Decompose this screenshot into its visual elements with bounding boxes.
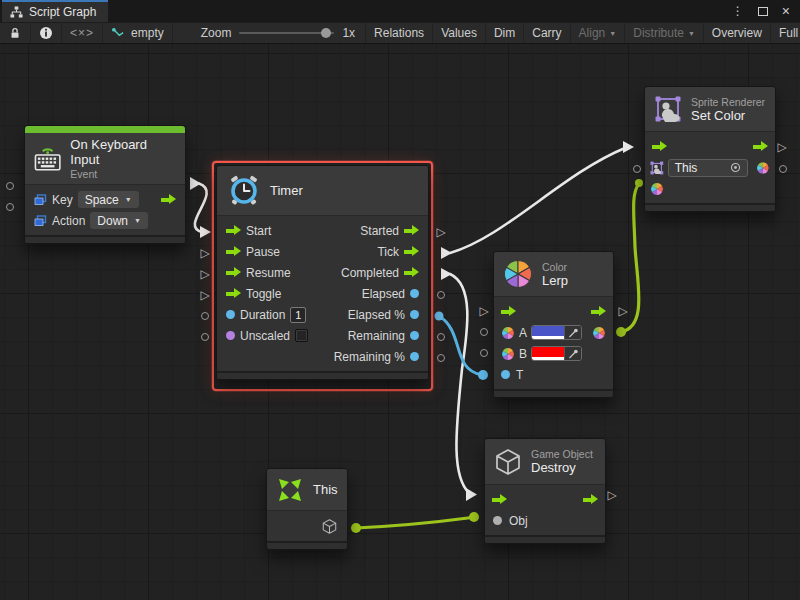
- timer-remaining-outer-port[interactable]: [437, 333, 445, 341]
- destroy-obj-in[interactable]: [493, 516, 502, 525]
- lerp-flow-in[interactable]: [501, 306, 516, 317]
- setcolor-flow-out[interactable]: [753, 141, 768, 152]
- timer-started-outer-port[interactable]: ▷: [436, 226, 445, 238]
- target-field[interactable]: This: [668, 159, 749, 177]
- lerp-flow-in-outer-port[interactable]: ▷: [479, 305, 488, 317]
- lerp-b-outer-port[interactable]: [480, 349, 488, 357]
- wire-this-to-obj[interactable]: [356, 518, 472, 529]
- dim-button[interactable]: Dim: [486, 23, 524, 43]
- node-footer: [485, 535, 605, 543]
- timer-elapsed-outer-port[interactable]: [437, 291, 445, 299]
- unscaled-checkbox[interactable]: [295, 329, 308, 342]
- lerp-t-in[interactable]: [501, 370, 510, 379]
- eyedropper-button[interactable]: [564, 326, 581, 339]
- key-dropdown[interactable]: Space ▼: [78, 191, 139, 208]
- timer-tick-out-port[interactable]: [441, 247, 452, 259]
- timer-started-out[interactable]: [404, 225, 419, 236]
- timer-completed-out-port[interactable]: [441, 268, 452, 280]
- color-wheel-icon[interactable]: [592, 326, 606, 340]
- color-b-field[interactable]: [531, 346, 582, 361]
- destroy-flow-in[interactable]: [492, 494, 507, 505]
- timer-elapsedpct-out-port[interactable]: [435, 312, 444, 321]
- setcolor-color-in-port[interactable]: [635, 179, 643, 187]
- keyboard-key-outer-port[interactable]: [6, 182, 14, 190]
- node-set-color[interactable]: Sprite Renderer Set Color This: [644, 86, 776, 212]
- node-this[interactable]: This: [266, 468, 348, 550]
- overview-button[interactable]: Overview: [704, 23, 771, 43]
- color-wheel-icon[interactable]: [650, 182, 664, 196]
- close-icon[interactable]: ×: [782, 4, 790, 18]
- distribute-button[interactable]: Distribute ▼: [625, 23, 704, 43]
- destroy-obj-in-port[interactable]: [469, 512, 479, 522]
- timer-toggle-outer-port[interactable]: ▷: [200, 289, 209, 301]
- timer-tick-out[interactable]: [404, 246, 419, 257]
- timer-start-in[interactable]: [226, 225, 241, 236]
- timer-elapsedpct-out[interactable]: [410, 310, 419, 319]
- zoom-slider-handle[interactable]: [321, 28, 331, 38]
- lerp-flow-out-outer-port[interactable]: ▷: [618, 305, 627, 317]
- destroy-flow-out-outer-port[interactable]: ▷: [607, 489, 616, 501]
- keyboard-trigger-out-port[interactable]: [190, 177, 201, 190]
- color-wheel-icon[interactable]: [756, 161, 770, 175]
- timer-unscaled-in[interactable]: [226, 331, 235, 340]
- timer-pause-outer-port[interactable]: ▷: [200, 247, 209, 259]
- setcolor-result-outer-port[interactable]: [779, 165, 787, 173]
- window-menu-icon[interactable]: ⋮: [732, 4, 744, 18]
- zoom-slider[interactable]: [239, 32, 334, 34]
- timer-resume-in[interactable]: [226, 267, 241, 278]
- target-picker-icon[interactable]: [730, 162, 741, 173]
- timer-remainingpct-out[interactable]: [410, 352, 419, 361]
- relations-button[interactable]: Relations: [366, 23, 433, 43]
- setcolor-flow-out-outer-port[interactable]: ▷: [777, 141, 786, 153]
- node-on-keyboard-input[interactable]: On Keyboard Input Event Key Space ▼: [24, 125, 186, 244]
- wire-completed-to-destroy[interactable]: [450, 274, 469, 493]
- setcolor-this-outer-port[interactable]: [633, 165, 641, 173]
- duration-input[interactable]: 1: [290, 307, 306, 323]
- destroy-flow-in-port[interactable]: [466, 488, 477, 501]
- timer-pause-in[interactable]: [226, 246, 241, 257]
- node-destroy[interactable]: Game Object Destroy Obj: [484, 438, 606, 544]
- timer-toggle-in[interactable]: [226, 288, 241, 299]
- wire-keyboard-to-timer-start[interactable]: [195, 184, 207, 233]
- timer-duration-in[interactable]: [226, 310, 235, 319]
- timer-unscaled-outer-port[interactable]: [201, 333, 209, 341]
- timer-elapsed-out[interactable]: [410, 289, 419, 298]
- full-screen-button[interactable]: Full Screen: [771, 23, 800, 43]
- timer-completed-out[interactable]: [404, 267, 419, 278]
- timer-remaining-out[interactable]: [410, 331, 419, 340]
- wire-tick-to-setcolor[interactable]: [450, 148, 625, 253]
- info-button[interactable]: [31, 23, 62, 43]
- this-out-port[interactable]: [351, 523, 361, 533]
- carry-button[interactable]: Carry: [524, 23, 570, 43]
- timer-start-in-port[interactable]: [200, 226, 211, 238]
- node-color-lerp[interactable]: Color Lerp A: [493, 251, 614, 398]
- maximize-icon[interactable]: [758, 7, 768, 16]
- code-view-button[interactable]: <×>: [62, 23, 103, 43]
- values-button[interactable]: Values: [433, 23, 486, 43]
- setcolor-flow-in-port[interactable]: [623, 141, 634, 153]
- graph-canvas[interactable]: On Keyboard Input Event Key Space ▼: [0, 44, 800, 600]
- tab-script-graph[interactable]: Script Graph: [2, 0, 108, 22]
- trigger-flow-out[interactable]: [161, 194, 176, 205]
- eyedropper-button[interactable]: [564, 347, 581, 360]
- timer-remainingpct-outer-port[interactable]: [437, 354, 445, 362]
- color-b-swatch[interactable]: [532, 347, 564, 360]
- align-button[interactable]: Align ▼: [571, 23, 626, 43]
- timer-resume-outer-port[interactable]: ▷: [200, 268, 209, 280]
- color-a-field[interactable]: [531, 325, 582, 340]
- color-a-swatch[interactable]: [532, 326, 564, 339]
- action-dropdown[interactable]: Down ▼: [90, 212, 148, 229]
- timer-duration-outer-port[interactable]: [201, 312, 209, 320]
- graph-source-button[interactable]: empty: [103, 23, 173, 43]
- keyboard-action-outer-port[interactable]: [6, 203, 14, 211]
- game-object-out-port[interactable]: [321, 518, 338, 535]
- lock-button[interactable]: [0, 23, 31, 43]
- lerp-result-out-port[interactable]: [616, 327, 626, 337]
- lerp-flow-out[interactable]: [591, 306, 606, 317]
- destroy-flow-out[interactable]: [583, 494, 598, 505]
- node-timer[interactable]: Timer StartStarted PauseTick ResumeCompl…: [216, 165, 429, 380]
- setcolor-flow-in[interactable]: [652, 141, 667, 152]
- lerp-t-in-port[interactable]: [478, 370, 488, 380]
- wire-elapsedpct-to-t[interactable]: [439, 316, 481, 375]
- lerp-a-outer-port[interactable]: [480, 328, 488, 336]
